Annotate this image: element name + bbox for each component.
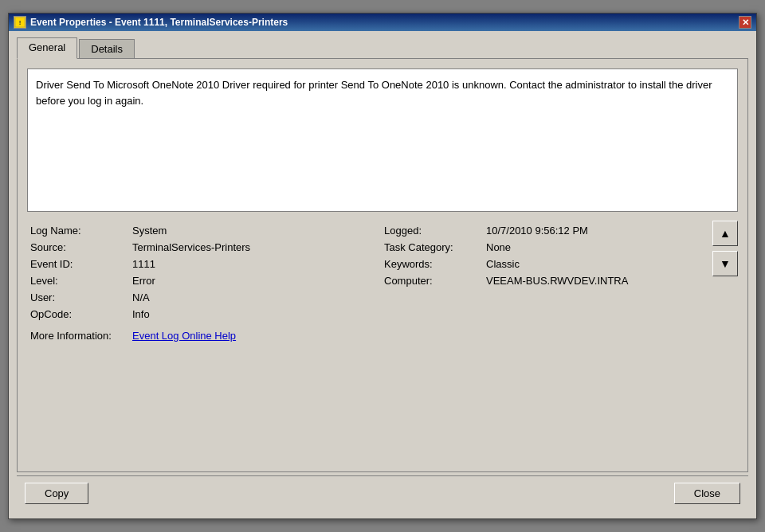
value-user: N/A [132, 291, 150, 303]
value-eventid: 1111 [132, 258, 155, 270]
copy-button[interactable]: Copy [25, 483, 88, 504]
tab-general[interactable]: General [17, 37, 77, 59]
info-row-eventid: Event ID: 1111 [30, 258, 384, 270]
value-keywords: Classic [486, 258, 520, 270]
label-moreinfo: More Information: [30, 330, 126, 342]
label-user: User: [30, 291, 126, 303]
window-body: General Details Driver Send To Microsoft… [9, 31, 756, 518]
tab-details[interactable]: Details [79, 39, 135, 58]
window-title: Event Properties - Event 1111, TerminalS… [30, 17, 288, 28]
window-icon: ! [14, 16, 26, 29]
info-row-user: User: N/A [30, 291, 384, 303]
event-message-box: Driver Send To Microsoft OneNote 2010 Dr… [27, 68, 738, 212]
info-row-opcode: OpCode: Info [30, 308, 384, 320]
info-left-column: Log Name: System Source: TerminalService… [30, 225, 384, 342]
scroll-up-button[interactable]: ▲ [712, 221, 738, 246]
scroll-buttons: ▲ ▼ [712, 221, 738, 276]
info-row-level: Level: Error [30, 275, 384, 287]
title-bar-left: ! Event Properties - Event 1111, Termina… [14, 16, 288, 29]
svg-text:!: ! [19, 19, 22, 26]
close-button[interactable]: ✕ [739, 16, 751, 29]
label-opcode: OpCode: [30, 308, 126, 320]
info-row-logged: Logged: 10/7/2010 9:56:12 PM [384, 225, 738, 237]
label-level: Level: [30, 275, 126, 287]
title-bar: ! Event Properties - Event 1111, Termina… [9, 14, 756, 31]
info-row-source: Source: TerminalServices-Printers [30, 241, 384, 253]
info-row-moreinfo: More Information: Event Log Online Help [30, 330, 384, 342]
label-source: Source: [30, 241, 126, 253]
event-log-online-help-link[interactable]: Event Log Online Help [132, 330, 236, 342]
tab-bar: General Details [17, 37, 748, 58]
event-message-text: Driver Send To Microsoft OneNote 2010 Dr… [36, 79, 712, 107]
info-row-taskcategory: Task Category: None [384, 241, 738, 253]
value-logname: System [132, 225, 167, 237]
value-logged: 10/7/2010 9:56:12 PM [486, 225, 588, 237]
label-eventid: Event ID: [30, 258, 126, 270]
value-level: Error [132, 275, 155, 287]
scroll-down-button[interactable]: ▼ [712, 251, 738, 276]
label-computer: Computer: [384, 275, 480, 287]
info-row-computer: Computer: VEEAM-BUS.RWVDEV.INTRA [384, 275, 738, 287]
value-taskcategory: None [486, 241, 511, 253]
bottom-bar: Copy Close [17, 475, 748, 510]
label-taskcategory: Task Category: [384, 241, 480, 253]
label-logged: Logged: [384, 225, 480, 237]
tab-content-general: Driver Send To Microsoft OneNote 2010 Dr… [17, 58, 748, 472]
info-row-keywords: Keywords: Classic [384, 258, 738, 270]
value-computer: VEEAM-BUS.RWVDEV.INTRA [486, 275, 628, 287]
value-opcode: Info [132, 308, 150, 320]
info-right-column: Logged: 10/7/2010 9:56:12 PM Task Catego… [384, 225, 738, 342]
value-source: TerminalServices-Printers [132, 241, 250, 253]
event-properties-dialog: ! Event Properties - Event 1111, Termina… [8, 13, 757, 519]
label-logname: Log Name: [30, 225, 126, 237]
event-info-grid: Log Name: System Source: TerminalService… [30, 225, 738, 342]
info-row-logname: Log Name: System [30, 225, 384, 237]
label-keywords: Keywords: [384, 258, 480, 270]
close-dialog-button[interactable]: Close [674, 483, 740, 504]
